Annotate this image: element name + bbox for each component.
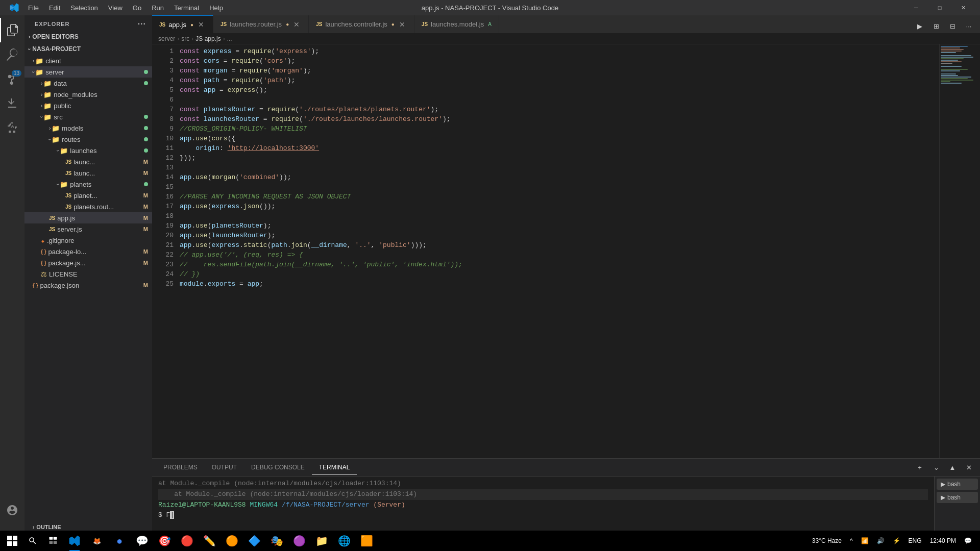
tree-item-packagejs[interactable]: { } package.js... M (24, 257, 152, 268)
tree-item-models[interactable]: › 📁 models (24, 122, 152, 134)
taskbar-app4[interactable]: 🟠 (220, 531, 243, 551)
breadcrumb-more[interactable]: ... (227, 35, 232, 42)
taskbar-notification[interactable]: 💬 (961, 537, 975, 544)
activity-extensions[interactable] (0, 116, 24, 140)
panel-tab-problems[interactable]: PROBLEMS (156, 461, 205, 474)
menu-help[interactable]: Help (204, 2, 228, 14)
open-editors-header[interactable]: › OPEN EDITORS (24, 31, 152, 43)
tree-item-node-modules[interactable]: › 📁 node_modules (24, 89, 152, 100)
editor-area: JS app.js ● ✕ JS launches.router.js ● ✕ … (152, 15, 980, 551)
tree-item-planets[interactable]: › 📁 planets (24, 179, 152, 190)
tree-item-server[interactable]: › 📁 server (24, 66, 152, 78)
taskbar-lang[interactable]: ENG (905, 537, 925, 544)
terminal-prompt-line: Raizel@LAPTOP-KAANL9S8 MINGW64 /f/NASA-P… (158, 500, 928, 510)
taskbar-app7[interactable]: 🟣 (288, 531, 310, 551)
taskbar-sound[interactable]: 🔊 (874, 537, 888, 544)
taskbar-chrome[interactable]: ● (108, 531, 131, 551)
activity-explorer[interactable] (0, 18, 24, 42)
split-terminal-button[interactable]: ⌄ (929, 460, 943, 474)
search-button[interactable] (22, 531, 43, 551)
taskbar-app2[interactable]: 🔴 (176, 531, 198, 551)
tree-item-license[interactable]: ⚖ LICENSE (24, 268, 152, 280)
tab-appjs[interactable]: JS app.js ● ✕ (152, 15, 213, 33)
tree-item-launch-controller[interactable]: JS launc... M (24, 167, 152, 179)
tree-item-src[interactable]: › 📁 src (24, 111, 152, 122)
tab-close-launches-router[interactable]: ✕ (292, 20, 301, 29)
minimize-button[interactable]: ─ (904, 0, 928, 15)
run-button[interactable]: ▶ (913, 19, 927, 33)
close-panel-button[interactable]: ✕ (962, 460, 976, 474)
task-view-button[interactable] (43, 531, 63, 551)
taskbar-app8[interactable]: 🟧 (355, 531, 378, 551)
code-content[interactable]: const express = require('express'); cons… (178, 44, 939, 458)
taskbar-app6[interactable]: 🎭 (265, 531, 288, 551)
panel-tab-output[interactable]: OUTPUT (205, 461, 244, 474)
svg-rect-1 (13, 536, 17, 540)
maximize-panel-button[interactable]: ▲ (945, 460, 960, 474)
terminal-highlight-line: at Module._compile (node:internal/module… (158, 489, 928, 500)
taskbar-whatsapp[interactable]: 💬 (131, 531, 153, 551)
menu-view[interactable]: View (103, 2, 128, 14)
tree-item-client[interactable]: › 📁 client (24, 55, 152, 66)
taskbar-explorer[interactable]: 📁 (310, 531, 333, 551)
tree-item-package-lock[interactable]: { } package-lo... M (24, 246, 152, 257)
tree-item-routes[interactable]: › 📁 routes (24, 134, 152, 145)
tab-launches-router[interactable]: JS launches.router.js ● ✕ (213, 15, 309, 33)
menu-run[interactable]: Run (146, 2, 169, 14)
taskbar-battery[interactable]: ⚡ (890, 537, 903, 544)
tree-item-public[interactable]: › 📁 public (24, 100, 152, 111)
breadcrumb-server[interactable]: server (158, 35, 175, 42)
menu-edit[interactable]: Edit (44, 2, 65, 14)
taskbar-network[interactable]: 📶 (858, 537, 872, 544)
close-button[interactable]: ✕ (951, 0, 975, 15)
new-terminal-button[interactable]: + (913, 460, 927, 474)
panel-actions: + ⌄ ▲ ✕ (913, 460, 976, 474)
taskbar-weather[interactable]: 33°C Haze (809, 537, 845, 544)
taskbar-app5[interactable]: 🔷 (243, 531, 265, 551)
bash-tab-1[interactable]: ▶ bash (937, 479, 978, 490)
taskbar-clock[interactable]: 12:40 PM (927, 537, 959, 544)
tree-item-package-json[interactable]: { } package.json M (24, 280, 152, 291)
menu-selection[interactable]: Selection (65, 2, 103, 14)
start-button[interactable] (2, 531, 22, 551)
project-header[interactable]: › NASA-PROJECT (24, 43, 152, 55)
menu-terminal[interactable]: Terminal (169, 2, 204, 14)
tab-close-launches-controller[interactable]: ✕ (398, 20, 407, 29)
toggle-panel-button[interactable]: ⊟ (945, 19, 960, 33)
tree-item-planets-router[interactable]: JS planets.rout... M (24, 201, 152, 212)
taskbar-app3[interactable]: ✏️ (198, 531, 220, 551)
more-actions-button[interactable]: ··· (962, 19, 976, 33)
code-editor[interactable]: 12345 678910 1112131415 1617181920 21222… (152, 44, 980, 458)
tab-launches-controller[interactable]: JS launches.controller.js ● ✕ (309, 15, 414, 33)
svg-rect-7 (54, 541, 57, 544)
sidebar-menu-icon[interactable]: ··· (138, 19, 146, 29)
taskbar-firefox[interactable]: 🦊 (86, 531, 108, 551)
taskbar-show-hidden[interactable]: ^ (847, 537, 856, 544)
tab-actions: ▶ ⊞ ⊟ ··· (909, 19, 980, 33)
tree-item-data[interactable]: › 📁 data (24, 78, 152, 89)
taskbar-edge[interactable]: 🌐 (333, 531, 355, 551)
tree-item-appjs[interactable]: JS app.js M (24, 212, 152, 223)
tree-item-planet-js[interactable]: JS planet... M (24, 190, 152, 201)
tree-item-launch-router[interactable]: JS launc... M (24, 156, 152, 167)
tree-item-gitignore[interactable]: ⬥ .gitignore (24, 235, 152, 246)
tree-item-launches[interactable]: › 📁 launches (24, 145, 152, 156)
maximize-button[interactable]: □ (928, 0, 951, 15)
activity-run-debug[interactable] (0, 91, 24, 116)
menu-file[interactable]: File (23, 2, 44, 14)
activity-search[interactable] (0, 42, 24, 67)
split-editor-button[interactable]: ⊞ (929, 19, 943, 33)
activity-account[interactable] (0, 498, 24, 522)
activity-source-control[interactable]: 13 (0, 67, 24, 91)
bash-tab-2[interactable]: ▶ bash (937, 492, 978, 503)
breadcrumb-file[interactable]: JS app.js (195, 35, 220, 42)
taskbar-vscode[interactable] (63, 531, 86, 551)
taskbar-app1[interactable]: 🎯 (153, 531, 176, 551)
tab-launches-model[interactable]: JS launches.model.js A (414, 15, 499, 33)
tab-close-appjs[interactable]: ✕ (197, 20, 206, 29)
breadcrumb-src[interactable]: src (181, 35, 189, 42)
menu-go[interactable]: Go (128, 2, 146, 14)
panel-tab-debug[interactable]: DEBUG CONSOLE (244, 461, 312, 474)
panel-tab-terminal[interactable]: TERMINAL (312, 461, 357, 474)
tree-item-serverjs[interactable]: JS server.js M (24, 223, 152, 235)
